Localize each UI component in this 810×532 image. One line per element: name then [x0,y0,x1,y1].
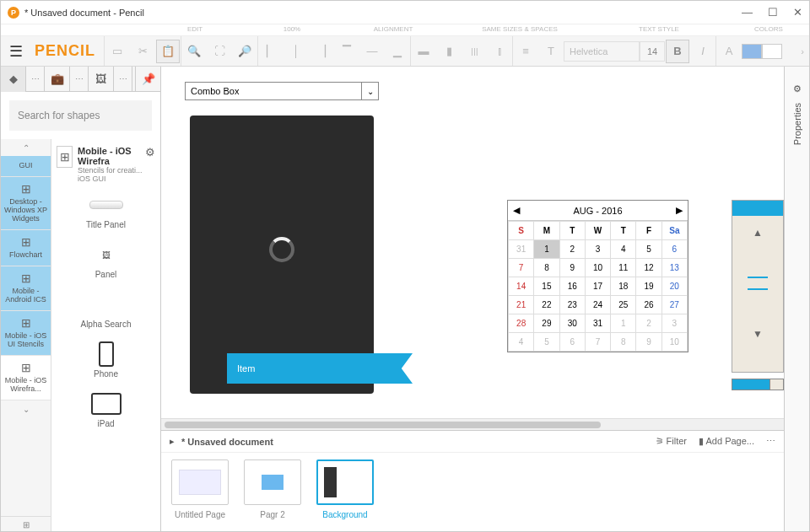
pages-menu-button[interactable]: ⋯ [766,436,775,447]
category-winxp[interactable]: ⊞Desktop - Windows XP Widgets [1,177,51,230]
clipart-tab[interactable]: 💼 [45,67,70,92]
calendar-title: AUG - 2016 [573,206,622,216]
combo-box-shape[interactable]: Combo Box ⌄ [185,82,379,100]
progress-shape[interactable] [732,379,784,390]
main-toolbar: ☰ PENCIL ▭ ✂ 📋 🔍 ⛶ 🔎 ▏ │ ▕ ▔ ― ▁ ▬ ▮ ⫼ ⫿… [1,36,809,67]
header-same: SAME SIZES & SPACES [456,24,583,35]
text-left-button[interactable]: ≡ [514,40,537,63]
collection-title: Mobile - iOS Wirefra [78,146,145,166]
cat-grid-button[interactable]: ⊞ [1,516,51,532]
canvas-area: Combo Box ⌄ Item ◀ AUG - 2016 ▶ SMTWTFSa [161,67,784,532]
same-width-button[interactable]: ▬ [412,40,435,63]
stroke-color-swatch[interactable] [762,44,782,59]
shape-ipad[interactable]: iPad [51,385,160,435]
pin-panel-button[interactable]: 📌 [135,67,160,92]
same-height-button[interactable]: ▮ [437,40,461,63]
calendar-grid: SMTWTFSa 31123456 78910111213 1415161718… [508,221,688,352]
align-top-button[interactable]: ▔ [335,40,359,63]
add-page-button[interactable]: ▮ Add Page... [699,436,754,447]
loading-card-shape[interactable] [190,116,374,394]
shapes-tab[interactable]: ◆ [1,67,26,92]
ribbon-label: Item [237,363,255,373]
font-name-select[interactable]: Helvetica [564,41,640,62]
shapes-tab-more[interactable]: ⋯ [26,67,45,92]
stepper-up-icon[interactable]: ▲ [732,216,783,250]
toolbar-header: EDIT 100% ALIGNMENT SAME SIZES & SPACES … [1,24,809,36]
category-column: ⌃ GUI ⊞Desktop - Windows XP Widgets ⊞Flo… [1,139,51,532]
category-ios-wireframe[interactable]: ⊞Mobile - iOS Wirefra... [1,356,51,400]
header-zoom: 100% [254,24,330,35]
horizontal-scrollbar[interactable] [161,418,784,430]
zoom-in-button[interactable]: 🔍 [182,40,206,63]
shape-alpha-search[interactable]: Alpha Search [51,286,160,336]
spinner-icon [269,237,294,262]
clipart-tab-more[interactable]: ⋯ [70,67,89,92]
properties-panel-collapsed[interactable]: ⚙ Properties [784,67,809,532]
brand-logo: PENCIL [35,42,95,60]
align-right-button[interactable]: ▕ [310,40,333,63]
chevron-down-icon[interactable]: ⌄ [361,83,378,99]
gear-icon[interactable]: ⚙ [145,146,155,183]
pages-bar: ▸ * Unsaved document ⚞ Filter ▮ Add Page… [161,430,784,452]
window-title: * Unsaved document - Pencil [24,8,144,18]
calendar-next-icon[interactable]: ▶ [676,205,683,216]
category-android[interactable]: ⊞Mobile - Android ICS [1,266,51,311]
stepper-down-icon[interactable]: ▼ [732,317,783,351]
font-size-input[interactable]: 14 [640,41,665,62]
shape-title-panel[interactable]: Title Panel [51,186,160,236]
text-color-button[interactable]: A [717,40,741,63]
page-thumb-pagr2[interactable]: Pagr 2 [242,459,303,526]
ribbon-shape[interactable]: Item [227,353,413,384]
category-gui[interactable]: GUI [1,156,51,177]
properties-icon: ⚙ [793,83,802,94]
cut-button[interactable]: ✂ [131,40,154,63]
filter-button[interactable]: ⚞ Filter [656,436,688,447]
text-dec-button[interactable]: T [539,40,563,63]
toolbar-overflow-button[interactable]: › [796,46,809,56]
bold-button[interactable]: B [666,40,689,63]
italic-button[interactable]: I [691,40,715,63]
calendar-prev-icon[interactable]: ◀ [513,205,520,216]
distribute-v-button[interactable]: ⫿ [488,40,511,63]
header-colors: COLORS [735,24,802,35]
header-align: ALIGNMENT [330,24,456,35]
combo-box-label: Combo Box [191,86,239,96]
collection-icon: ⊞ [57,146,73,168]
fill-color-swatch[interactable] [742,44,762,59]
images-tab-more[interactable]: ⋯ [114,67,132,92]
header-text: TEXT STYLE [583,24,735,35]
align-bottom-button[interactable]: ▁ [386,40,409,63]
title-bar: P * Unsaved document - Pencil — ☐ ✕ [1,1,809,24]
minimize-button[interactable]: — [742,6,753,19]
cat-scroll-down[interactable]: ⌄ [1,400,51,417]
page-thumb-background[interactable]: Background [315,459,375,526]
calendar-shape[interactable]: ◀ AUG - 2016 ▶ SMTWTFSa 31123456 7891011… [507,200,688,352]
maximize-button[interactable]: ☐ [768,6,778,19]
images-tab[interactable]: 🖼 [89,67,114,92]
category-flowchart[interactable]: ⊞Flowchart [1,230,51,266]
collection-desc: Stencils for creati... iOS GUI [78,166,145,183]
shape-panel[interactable]: 🖼 Panel [51,236,160,286]
shapes-panel: ◆ ⋯ 💼 ⋯ 🖼 ⋯ 📌 Search for shapes ⌃ GUI ⊞D… [1,67,161,532]
distribute-h-button[interactable]: ⫼ [462,40,486,63]
document-title: * Unsaved document [181,437,273,447]
canvas-view[interactable]: Combo Box ⌄ Item ◀ AUG - 2016 ▶ SMTWTFSa [161,67,784,418]
properties-label: Properties [792,103,802,145]
close-button[interactable]: ✕ [793,6,802,19]
category-ios-stencils[interactable]: ⊞Mobile - iOS UI Stencils [1,311,51,356]
align-left-button[interactable]: ▏ [259,40,283,63]
align-middle-button[interactable]: ― [360,40,384,63]
shape-phone[interactable]: Phone [51,336,160,385]
cat-scroll-up[interactable]: ⌃ [1,139,51,156]
copy-button[interactable]: ▭ [105,40,129,63]
page-thumb-untitled[interactable]: Untitled Page [170,459,230,526]
zoom-out-button[interactable]: 🔎 [233,40,256,63]
menu-button[interactable]: ☰ [1,42,31,61]
zoom-fit-button[interactable]: ⛶ [208,40,231,63]
paste-button[interactable]: 📋 [156,40,180,63]
align-center-button[interactable]: │ [284,40,308,63]
page-thumbnails: Untitled Page Pagr 2 Background [161,452,784,532]
search-input[interactable]: Search for shapes [9,100,152,131]
stepper-shape[interactable]: ▲ ▼ [732,200,784,373]
pages-collapse-icon[interactable]: ▸ [170,436,175,447]
